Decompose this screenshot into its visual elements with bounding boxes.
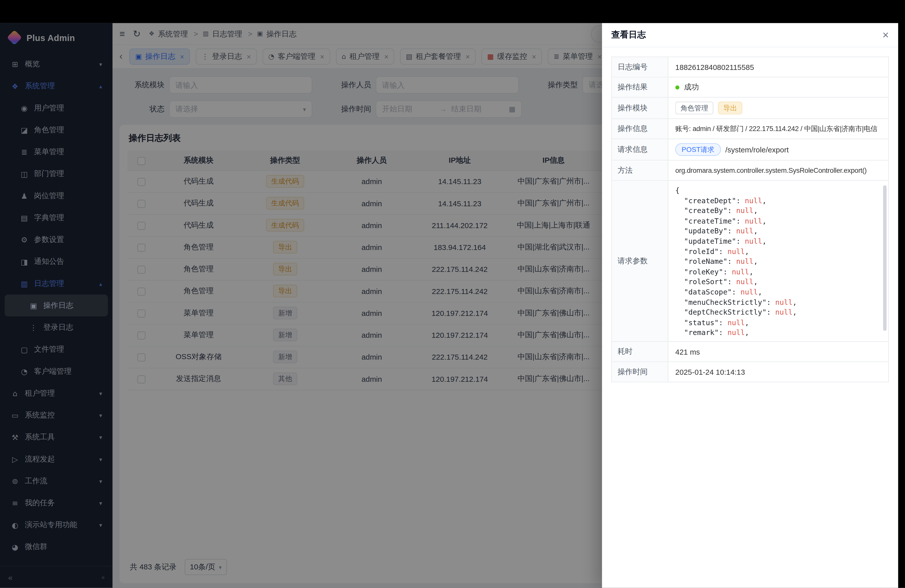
info-label: 操作信息 (612, 119, 668, 138)
json-key: updateBy (675, 227, 736, 235)
detail-row-module: 操作模块 角色管理 导出 (612, 98, 888, 119)
detail-row-request: 请求信息 POST请求 /system/role/export (612, 139, 888, 161)
time-label: 操作时间 (612, 362, 668, 382)
view-log-drawer: 查看日志 × 日志编号 1882612840802115585 操作结果 成功 … (602, 23, 898, 588)
log-detail-table: 日志编号 1882612840802115585 操作结果 成功 操作模块 角色… (611, 57, 889, 382)
code-line: roleKeynull, (675, 267, 880, 277)
drawer-close-icon[interactable]: × (882, 29, 889, 40)
request-url: /system/role/export (725, 145, 789, 154)
params-label: 请求参数 (612, 181, 668, 341)
module-action-tag: 导出 (718, 102, 742, 114)
detail-row-duration: 耗时 421 ms (612, 342, 888, 362)
drawer-body: 日志编号 1882612840802115585 操作结果 成功 操作模块 角色… (602, 47, 898, 588)
json-key: createDept (675, 196, 745, 205)
result-value: 成功 (668, 78, 888, 97)
json-key: roleId (675, 247, 727, 256)
json-comma: , (762, 216, 767, 225)
json-key: roleSort (675, 277, 736, 286)
code-scrollbar-thumb[interactable] (883, 185, 887, 331)
code-line: updateBynull, (675, 226, 880, 236)
json-comma: , (753, 257, 758, 265)
json-value: null (775, 308, 792, 316)
detail-row-result: 操作结果 成功 (612, 78, 888, 98)
json-comma: , (753, 277, 758, 286)
code-open-brace: { (675, 185, 880, 195)
json-value: null (741, 288, 758, 296)
json-key: createBy (675, 206, 736, 215)
json-comma: , (749, 267, 753, 276)
duration-value: 421 ms (668, 342, 888, 361)
json-value: null (732, 267, 749, 276)
drawer-header: 查看日志 × (602, 23, 898, 47)
json-value: null (727, 328, 745, 337)
json-key: roleName (675, 257, 736, 265)
json-value: null (727, 247, 745, 256)
top-strip (0, 0, 905, 23)
json-key: dataScope (675, 288, 740, 296)
code-line: roleIdnull, (675, 246, 880, 256)
result-label: 操作结果 (612, 78, 668, 97)
post-method-tag: POST请求 (675, 143, 721, 156)
json-value: null (736, 206, 753, 215)
json-value: null (745, 237, 762, 245)
detail-row-log-id: 日志编号 1882612840802115585 (612, 57, 888, 77)
method-value: org.dromara.system.controller.system.Sys… (668, 161, 888, 180)
success-dot-icon (675, 85, 679, 89)
drawer-title: 查看日志 (611, 29, 646, 40)
code-line: remarknull, (675, 328, 880, 338)
json-comma: , (758, 288, 762, 296)
log-id-label: 日志编号 (612, 57, 668, 77)
method-label: 方法 (612, 161, 668, 180)
log-id-value: 1882612840802115585 (668, 57, 888, 77)
code-line: menuCheckStrictlynull, (675, 297, 880, 307)
info-value: 账号: admin / 研发部门 / 222.175.114.242 / 中国|… (668, 119, 888, 138)
json-value: null (736, 277, 753, 286)
json-comma: , (792, 298, 797, 306)
detail-row-info: 操作信息 账号: admin / 研发部门 / 222.175.114.242 … (612, 119, 888, 139)
result-text: 成功 (684, 82, 699, 92)
code-line: createDeptnull, (675, 195, 880, 205)
code-line: createTimenull, (675, 216, 880, 226)
request-params-code: { createDeptnull, createBynull, createTi… (668, 181, 888, 341)
code-line: dataScopenull, (675, 287, 880, 297)
json-key: remark (675, 328, 727, 337)
json-value: null (745, 216, 762, 225)
json-comma: , (745, 247, 749, 256)
json-key: status (675, 318, 727, 326)
json-comma: , (762, 237, 767, 245)
module-value: 角色管理 导出 (668, 98, 888, 118)
json-key: createTime (675, 216, 745, 225)
json-value: null (745, 196, 762, 205)
duration-label: 耗时 (612, 342, 668, 361)
time-value: 2025-01-24 10:14:13 (668, 362, 888, 382)
json-comma: , (745, 328, 749, 337)
code-line: deptCheckStrictlynull, (675, 307, 880, 317)
json-key: roleKey (675, 267, 732, 276)
code-line: roleSortnull, (675, 277, 880, 287)
module-tag: 角色管理 (675, 102, 713, 114)
detail-row-params: 请求参数 { createDeptnull, createBynull, cre… (612, 181, 888, 342)
json-comma: , (792, 308, 797, 316)
module-label: 操作模块 (612, 98, 668, 118)
code-line: roleNamenull, (675, 256, 880, 267)
json-value: null (736, 227, 753, 235)
code-line: statusnull, (675, 317, 880, 327)
detail-row-method: 方法 org.dromara.system.controller.system.… (612, 161, 888, 181)
code-line: createBynull, (675, 206, 880, 216)
json-comma: , (745, 318, 749, 326)
json-value: null (775, 298, 792, 306)
json-value: null (736, 257, 753, 265)
code-line: updateTimenull, (675, 236, 880, 246)
json-value: null (727, 318, 745, 326)
request-value: POST请求 /system/role/export (668, 139, 888, 160)
json-comma: , (762, 196, 767, 205)
json-comma: , (753, 206, 758, 215)
json-key: updateTime (675, 237, 745, 245)
detail-row-time: 操作时间 2025-01-24 10:14:13 (612, 362, 888, 382)
json-comma: , (753, 227, 758, 235)
screen: Plus Admin 概览 系统管理 (0, 0, 905, 588)
json-key: menuCheckStrictly (675, 298, 775, 306)
json-key: deptCheckStrictly (675, 308, 775, 316)
request-label: 请求信息 (612, 139, 668, 160)
